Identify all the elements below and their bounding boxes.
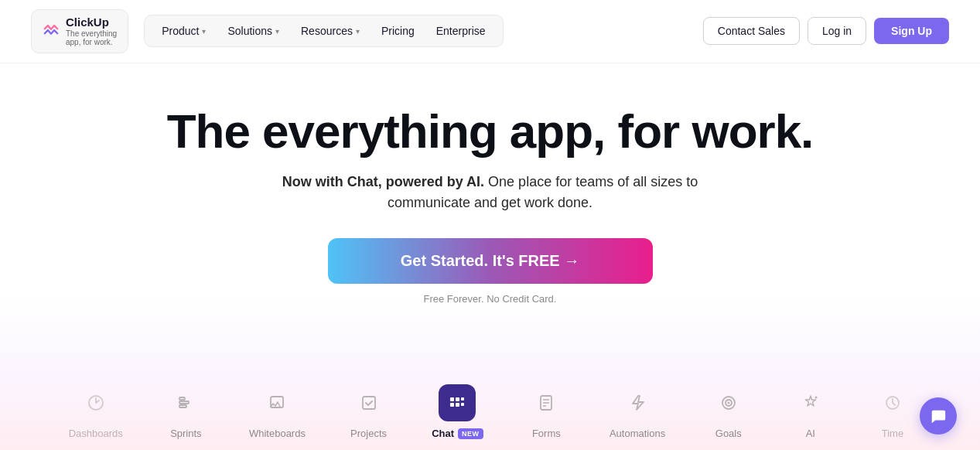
hero-subtitle: Now with Chat, powered by AI. One place … (274, 172, 707, 213)
logo-tagline: The everythingapp, for work. (66, 29, 117, 46)
tab-icon-wrap-ai (792, 384, 829, 421)
login-button[interactable]: Log in (808, 17, 866, 45)
svg-point-19 (814, 397, 817, 399)
feature-tabs: Dashboards Sprints Whiteboards (0, 373, 980, 450)
svg-rect-10 (461, 397, 464, 401)
svg-rect-5 (363, 397, 375, 409)
tab-label-whiteboards: Whiteboards (249, 428, 306, 439)
svg-rect-9 (456, 403, 459, 407)
tab-icon-wrap-chat (439, 384, 476, 421)
hero-title: The everything app, for work. (167, 106, 814, 156)
tab-whiteboards[interactable]: Whiteboards (227, 373, 327, 450)
chevron-down-icon: ▾ (275, 27, 279, 36)
clickup-logo-icon (43, 22, 60, 39)
hero-subtitle-bold: Now with Chat, powered by AI. (282, 174, 484, 189)
forms-icon (537, 394, 555, 412)
new-badge: NEW (458, 428, 483, 439)
tab-icon-wrap-sprints (167, 384, 204, 421)
tab-label-chat: Chat NEW (432, 428, 483, 439)
nav-item-product[interactable]: Product ▾ (152, 20, 215, 42)
chevron-down-icon: ▾ (356, 27, 360, 36)
logo-text: ClickUp The everythingapp, for work. (66, 16, 117, 46)
hero-section: The everything app, for work. Now with C… (0, 63, 980, 328)
chat-icon (447, 393, 467, 413)
tab-forms[interactable]: Forms (505, 373, 587, 450)
automations-icon (628, 394, 647, 412)
cta-button[interactable]: Get Started. It's FREE → (328, 238, 653, 284)
whiteboards-icon (268, 394, 286, 412)
contact-sales-button[interactable]: Contact Sales (703, 17, 800, 45)
svg-rect-1 (179, 397, 185, 400)
tab-label-time: Time (882, 428, 903, 439)
projects-icon (360, 394, 378, 412)
tab-sprints[interactable]: Sprints (145, 373, 227, 450)
tab-label-goals: Goals (715, 428, 742, 439)
dashboards-icon (87, 394, 105, 412)
tab-label-dashboards: Dashboards (69, 428, 123, 439)
tab-automations[interactable]: Automations (587, 373, 687, 450)
tab-icon-wrap-forms (528, 384, 565, 421)
ai-icon (801, 394, 820, 412)
chat-support-button[interactable] (920, 397, 957, 435)
nav-links: Product ▾ Solutions ▾ Resources ▾ Pricin… (144, 15, 503, 47)
chevron-down-icon: ▾ (202, 27, 206, 36)
svg-point-18 (727, 402, 729, 404)
tab-label-projects: Projects (350, 428, 387, 439)
tab-chat[interactable]: Chat NEW (410, 373, 506, 450)
nav-item-enterprise[interactable]: Enterprise (427, 20, 495, 42)
hero-note: Free Forever. No Credit Card. (424, 293, 557, 305)
tab-projects[interactable]: Projects (327, 373, 409, 450)
logo[interactable]: ClickUp The everythingapp, for work. (31, 9, 128, 53)
tab-label-automations: Automations (610, 428, 665, 439)
chat-bubble-icon (930, 407, 947, 424)
tab-label-ai: AI (806, 428, 815, 439)
time-icon (883, 394, 902, 412)
svg-rect-7 (456, 397, 459, 401)
svg-rect-3 (179, 405, 186, 407)
tab-icon-wrap-time (874, 384, 911, 421)
svg-rect-6 (450, 397, 454, 401)
navbar-right: Contact Sales Log in Sign Up (703, 17, 949, 45)
tab-icon-wrap-goals (710, 384, 747, 421)
nav-item-solutions[interactable]: Solutions ▾ (218, 20, 289, 42)
svg-rect-11 (461, 403, 464, 406)
navbar: ClickUp The everythingapp, for work. Pro… (0, 0, 980, 63)
tab-icon-wrap-dashboards (77, 384, 114, 421)
tab-ai[interactable]: AI (770, 373, 852, 450)
svg-rect-8 (450, 403, 454, 407)
svg-rect-4 (271, 397, 283, 407)
goals-icon (719, 394, 738, 412)
logo-name: ClickUp (66, 16, 117, 29)
navbar-left: ClickUp The everythingapp, for work. Pro… (31, 9, 504, 53)
sprints-icon (176, 394, 195, 412)
tab-icon-wrap-automations (619, 384, 656, 421)
nav-item-resources[interactable]: Resources ▾ (292, 20, 369, 42)
tab-dashboards[interactable]: Dashboards (46, 373, 145, 450)
tab-goals[interactable]: Goals (688, 373, 770, 450)
tab-label-sprints: Sprints (170, 428, 201, 439)
tab-icon-wrap-projects (350, 384, 388, 421)
signup-button[interactable]: Sign Up (874, 18, 949, 44)
tab-icon-wrap-whiteboards (258, 384, 295, 421)
svg-rect-2 (179, 401, 189, 404)
nav-item-pricing[interactable]: Pricing (372, 20, 424, 42)
tab-label-forms: Forms (532, 428, 561, 439)
